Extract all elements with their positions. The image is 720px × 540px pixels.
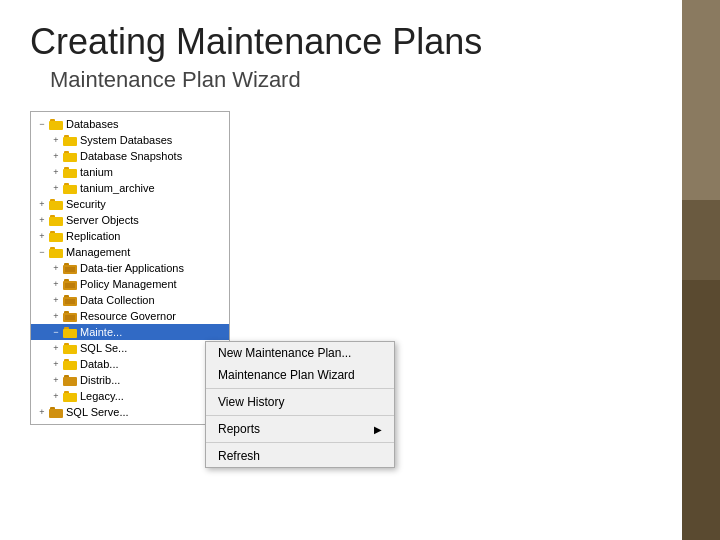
svg-rect-20 (65, 267, 75, 272)
tree-item-resource-governor[interactable]: + Resource Governor (31, 308, 229, 324)
tree-item-db-snapshots[interactable]: + Database Snapshots (31, 148, 229, 164)
tree-label-tanium-archive: tanium_archive (80, 182, 155, 194)
tree-item-management[interactable]: − Management (31, 244, 229, 260)
tree-item-legacy[interactable]: + Legacy... (31, 388, 229, 404)
svg-rect-26 (65, 299, 75, 304)
svg-rect-39 (63, 393, 77, 402)
folder-icon-sql-logs (49, 407, 63, 418)
expander-policy-mgmt[interactable]: + (49, 277, 63, 291)
tree-label-legacy: Legacy... (80, 390, 124, 402)
tree-label-sql-logs: SQL Serve... (66, 406, 129, 418)
tree-item-data-collection[interactable]: + Data Collection (31, 292, 229, 308)
expander-maintenance-plans[interactable]: − (49, 325, 63, 339)
tree-item-server-objects[interactable]: + Server Objects (31, 212, 229, 228)
folder-icon-tanium (63, 167, 77, 178)
folder-icon-sql-agent (63, 343, 77, 354)
tree-label-maintenance-plans: Mainte... (80, 326, 122, 338)
submenu-arrow-icon: ▶ (374, 424, 382, 435)
tree-item-security[interactable]: + Security (31, 196, 229, 212)
svg-rect-23 (65, 283, 75, 288)
expander-system-databases[interactable]: + (49, 133, 63, 147)
svg-rect-15 (49, 233, 63, 242)
folder-icon-security (49, 199, 63, 210)
folder-icon-replication (49, 231, 63, 242)
menu-item-new-plan[interactable]: New Maintenance Plan... (206, 342, 394, 364)
svg-rect-9 (63, 185, 77, 194)
folder-icon-system-databases (63, 135, 77, 146)
object-explorer-tree: − Databases + System Databases + (30, 111, 230, 425)
tree-label-policy-mgmt: Policy Management (80, 278, 177, 290)
expander-sql-logs[interactable]: + (35, 405, 49, 419)
menu-item-plan-wizard[interactable]: Maintenance Plan Wizard (206, 364, 394, 386)
expander-db-snapshots[interactable]: + (49, 149, 63, 163)
tree-label-management: Management (66, 246, 130, 258)
menu-label-plan-wizard: Maintenance Plan Wizard (218, 368, 355, 382)
folder-icon-databases (49, 119, 63, 130)
folder-icon-policy-mgmt (63, 279, 77, 290)
folder-icon-management (49, 247, 63, 258)
svg-rect-31 (63, 329, 77, 338)
folder-icon-resource-governor (63, 311, 77, 322)
tree-item-replication[interactable]: + Replication (31, 228, 229, 244)
tree-label-databases: Databases (66, 118, 119, 130)
menu-label-reports: Reports (218, 422, 260, 436)
content-area: − Databases + System Databases + (30, 111, 690, 425)
tree-item-tanium[interactable]: + tanium (31, 164, 229, 180)
tree-item-sql-logs[interactable]: + SQL Serve... (31, 404, 229, 420)
expander-tanium-archive[interactable]: + (49, 181, 63, 195)
folder-icon-server-objects (49, 215, 63, 226)
svg-rect-1 (49, 121, 63, 130)
menu-separator-3 (206, 442, 394, 443)
svg-rect-29 (65, 315, 75, 320)
expander-resource-governor[interactable]: + (49, 309, 63, 323)
svg-rect-35 (63, 361, 77, 370)
tree-label-db-snapshots: Database Snapshots (80, 150, 182, 162)
folder-icon-distributed (63, 375, 77, 386)
tree-label-tanium: tanium (80, 166, 113, 178)
menu-item-reports[interactable]: Reports ▶ (206, 418, 394, 440)
menu-item-refresh[interactable]: Refresh (206, 445, 394, 467)
expander-databases[interactable]: − (35, 117, 49, 131)
expander-legacy[interactable]: + (49, 389, 63, 403)
expander-management[interactable]: − (35, 245, 49, 259)
menu-separator-2 (206, 415, 394, 416)
menu-separator-1 (206, 388, 394, 389)
expander-data-tier[interactable]: + (49, 261, 63, 275)
folder-icon-data-collection (63, 295, 77, 306)
folder-icon-tanium-archive (63, 183, 77, 194)
tree-item-distributed[interactable]: + Distrib... (31, 372, 229, 388)
tree-item-database-mail[interactable]: + Datab... (31, 356, 229, 372)
expander-sql-agent[interactable]: + (49, 341, 63, 355)
expander-database-mail[interactable]: + (49, 357, 63, 371)
menu-label-refresh: Refresh (218, 449, 260, 463)
expander-replication[interactable]: + (35, 229, 49, 243)
slide-subtitle: Maintenance Plan Wizard (50, 67, 690, 93)
tree-item-policy-mgmt[interactable]: + Policy Management (31, 276, 229, 292)
expander-server-objects[interactable]: + (35, 213, 49, 227)
context-menu: New Maintenance Plan... Maintenance Plan… (205, 341, 395, 468)
tree-item-tanium-archive[interactable]: + tanium_archive (31, 180, 229, 196)
svg-rect-33 (63, 345, 77, 354)
tree-item-sql-agent[interactable]: + SQL Se... (31, 340, 229, 356)
slide-title: Creating Maintenance Plans (30, 20, 690, 63)
expander-security[interactable]: + (35, 197, 49, 211)
expander-distributed[interactable]: + (49, 373, 63, 387)
expander-data-collection[interactable]: + (49, 293, 63, 307)
svg-rect-17 (49, 249, 63, 258)
svg-rect-41 (49, 409, 63, 418)
tree-label-distributed: Distrib... (80, 374, 120, 386)
svg-rect-3 (63, 137, 77, 146)
tree-label-security: Security (66, 198, 106, 210)
tree-item-system-databases[interactable]: + System Databases (31, 132, 229, 148)
tree-item-maintenance-plans[interactable]: − Mainte... (31, 324, 229, 340)
tree-item-databases[interactable]: − Databases (31, 116, 229, 132)
menu-item-view-history[interactable]: View History (206, 391, 394, 413)
menu-label-new-plan: New Maintenance Plan... (218, 346, 351, 360)
tree-label-sql-agent: SQL Se... (80, 342, 127, 354)
folder-icon-data-tier (63, 263, 77, 274)
expander-tanium[interactable]: + (49, 165, 63, 179)
svg-rect-7 (63, 169, 77, 178)
tree-item-data-tier[interactable]: + Data-tier Applications (31, 260, 229, 276)
tree-label-server-objects: Server Objects (66, 214, 139, 226)
folder-icon-database-mail (63, 359, 77, 370)
